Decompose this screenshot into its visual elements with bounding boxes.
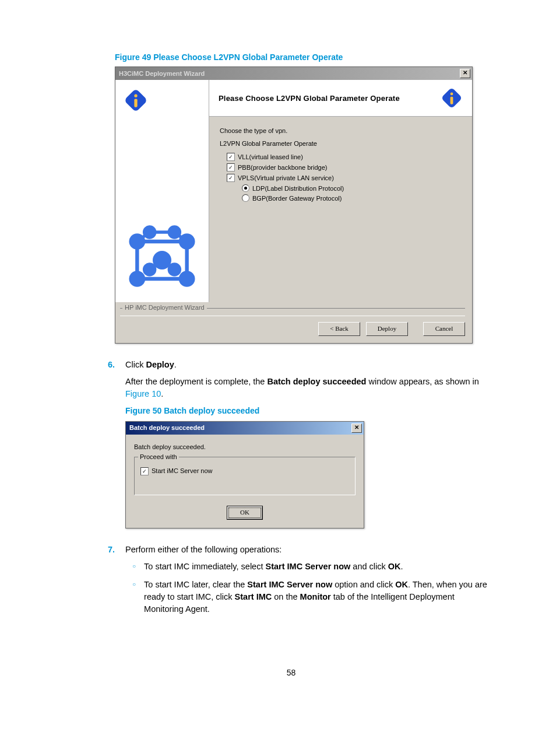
molecule-graphic bbox=[125, 223, 199, 298]
svg-point-15 bbox=[168, 225, 181, 239]
text: Click bbox=[125, 360, 146, 369]
svg-rect-2 bbox=[134, 99, 137, 107]
figure-49-caption: Figure 49 Please Choose L2VPN Global Par… bbox=[115, 52, 492, 62]
radio-label: BGP(Border Gateway Protocol) bbox=[252, 195, 342, 202]
step-7: 7. Perform either of the following opera… bbox=[90, 544, 492, 621]
cancel-button[interactable]: Cancel bbox=[423, 322, 465, 336]
text: To start IMC later, clear the bbox=[144, 580, 247, 589]
checkbox-start-imc[interactable]: ✓ Start iMC Server now bbox=[140, 467, 349, 476]
step-6: 6. Click Deploy. After the deployment is… bbox=[90, 359, 492, 528]
text: . bbox=[174, 360, 177, 369]
info-icon bbox=[124, 88, 148, 113]
bullet-icon: ○ bbox=[132, 561, 136, 573]
text-bold: Start IMC Server now bbox=[265, 562, 350, 571]
svg-point-18 bbox=[168, 262, 181, 276]
radio-label: LDP(Label Distribution Protocol) bbox=[252, 185, 344, 192]
checkbox-label: Start iMC Server now bbox=[152, 467, 213, 476]
text-bold: Deploy bbox=[146, 360, 174, 369]
text-bold: Batch deploy succeeded bbox=[267, 377, 366, 386]
checkbox-vll[interactable]: ✓ VLL(virtual leased line) bbox=[227, 153, 463, 161]
instruction-text: Choose the type of vpn. bbox=[220, 127, 463, 134]
svg-rect-21 bbox=[451, 97, 453, 104]
batch-deploy-dialog: Batch deploy succeeded ✕ Batch deploy su… bbox=[125, 421, 364, 528]
text: . bbox=[401, 562, 403, 571]
figure-50-caption: Figure 50 Batch deploy succeeded bbox=[125, 405, 492, 416]
svg-point-14 bbox=[143, 225, 156, 239]
figure-link[interactable]: Figure 10 bbox=[125, 389, 161, 398]
text: and click bbox=[350, 562, 388, 571]
dialog-title: Batch deploy succeeded bbox=[129, 424, 205, 433]
text: option and click bbox=[332, 580, 395, 589]
wizard-step-title: Please Choose L2VPN Global Parameter Ope… bbox=[219, 94, 400, 103]
checkbox-label: PBB(provider backbone bridge) bbox=[238, 164, 327, 171]
back-button[interactable]: < Back bbox=[318, 322, 360, 336]
radio-ldp[interactable]: LDP(Label Distribution Protocol) bbox=[242, 184, 463, 192]
text: After the deployment is complete, the bbox=[125, 377, 267, 386]
close-icon[interactable]: ✕ bbox=[351, 424, 362, 433]
deployment-wizard-dialog: H3CiMC Deployment Wizard ✕ bbox=[115, 66, 473, 344]
checkbox-pbb[interactable]: ✓ PBB(provider backbone bridge) bbox=[227, 163, 463, 172]
sublist-item-2: ○ To start IMC later, clear the Start IM… bbox=[132, 579, 492, 615]
svg-point-1 bbox=[134, 94, 137, 97]
dialog-titlebar[interactable]: Batch deploy succeeded ✕ bbox=[126, 422, 364, 435]
ok-button[interactable]: OK bbox=[227, 506, 263, 520]
text-bold: Start IMC Server now bbox=[247, 580, 332, 589]
info-icon bbox=[441, 87, 463, 109]
svg-point-11 bbox=[179, 233, 195, 250]
step-intro: Perform either of the following operatio… bbox=[125, 544, 492, 556]
checkbox-label: VLL(virtual leased line) bbox=[238, 153, 303, 160]
checkbox-vpls[interactable]: ✓ VPLS(Virtual private LAN service) bbox=[227, 174, 463, 182]
svg-point-12 bbox=[129, 271, 145, 287]
text: To start IMC immediately, select bbox=[144, 562, 265, 571]
proceed-with-group: Proceed with ✓ Start iMC Server now bbox=[134, 457, 356, 495]
svg-point-13 bbox=[179, 271, 195, 287]
checkbox-label: VPLS(Virtual private LAN service) bbox=[238, 174, 334, 181]
group-legend: Proceed with bbox=[138, 453, 179, 462]
svg-point-20 bbox=[451, 93, 453, 96]
step-number: 6. bbox=[90, 359, 125, 528]
radio-bgp[interactable]: BGP(Border Gateway Protocol) bbox=[242, 194, 463, 202]
page-number: 58 bbox=[90, 668, 492, 677]
text-bold: OK bbox=[395, 580, 408, 589]
text-bold: OK bbox=[388, 562, 401, 571]
text: on the bbox=[272, 592, 300, 601]
step-number: 7. bbox=[90, 544, 125, 621]
bullet-icon: ○ bbox=[132, 579, 136, 615]
group-label: L2VPN Global Parameter Operate bbox=[220, 140, 463, 147]
sublist-item-1: ○ To start IMC immediately, select Start… bbox=[132, 561, 492, 573]
footer-legend: HP iMC Deployment Wizard bbox=[122, 304, 207, 311]
dialog-titlebar[interactable]: H3CiMC Deployment Wizard ✕ bbox=[115, 67, 472, 80]
text: . bbox=[161, 389, 163, 398]
svg-point-17 bbox=[143, 262, 156, 276]
deploy-button[interactable]: Deploy bbox=[366, 322, 408, 336]
dialog-title: H3CiMC Deployment Wizard bbox=[119, 70, 205, 77]
close-icon[interactable]: ✕ bbox=[460, 69, 470, 78]
message-text: Batch deploy succeeded. bbox=[134, 443, 356, 452]
svg-point-10 bbox=[129, 233, 145, 250]
text: window appears, as shown in bbox=[366, 377, 478, 386]
text-bold: Monitor bbox=[300, 592, 331, 601]
text-bold: Start IMC bbox=[235, 592, 272, 601]
